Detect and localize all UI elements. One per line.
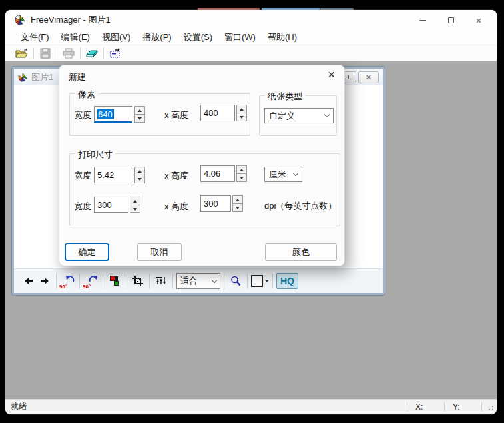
dpi-height-label: x 高度 <box>164 201 188 212</box>
selection-shape-button[interactable] <box>251 272 269 290</box>
print-height-spinner[interactable] <box>236 165 247 182</box>
print-height-value: 4.06 <box>204 169 220 179</box>
cancel-button[interactable]: 取消 <box>137 243 182 261</box>
spin-up-button[interactable] <box>236 105 247 113</box>
dpi-height-spinner[interactable] <box>232 195 243 212</box>
minimize-icon <box>419 20 426 21</box>
colors-icon <box>109 276 120 286</box>
rotate-left-button[interactable]: 90° <box>60 272 76 290</box>
dialog-close-button[interactable]: × <box>328 69 335 81</box>
menu-file[interactable]: 文件(F) <box>15 30 55 45</box>
save-icon <box>40 48 51 59</box>
next-image-button[interactable] <box>37 272 53 290</box>
print-height-input[interactable]: 4.06 <box>200 165 235 182</box>
menu-window[interactable]: 窗口(W) <box>218 30 262 45</box>
status-y-field: Y: <box>445 402 481 412</box>
spin-up-button[interactable] <box>232 195 243 203</box>
menu-play[interactable]: 播放(P) <box>136 30 177 45</box>
crop-icon <box>132 276 143 286</box>
main-toolbar <box>5 45 497 61</box>
window-title: FreeVimager - 图片1 <box>31 14 111 26</box>
color-button[interactable]: 颜色 <box>265 243 337 261</box>
pixel-width-input[interactable]: 640 <box>94 106 132 123</box>
print-height-label: x 高度 <box>164 170 188 182</box>
print-button[interactable] <box>60 46 77 60</box>
spin-up-button[interactable] <box>134 106 145 114</box>
toolbar-separator <box>33 47 34 59</box>
print-size-groupbox: 打印尺寸 <box>69 153 340 226</box>
down-arrow-icon <box>138 178 142 181</box>
pixel-height-spinner[interactable] <box>236 105 247 121</box>
unit-value: 厘米 <box>269 169 294 181</box>
magnifier-icon <box>230 276 241 286</box>
toolbar-separator <box>272 274 273 288</box>
menu-view[interactable]: 视图(V) <box>96 30 136 45</box>
status-x-field: X: <box>407 402 444 412</box>
zoom-mode-select[interactable]: 适合 <box>176 273 220 289</box>
toolbar-separator <box>224 274 224 288</box>
spin-down-button[interactable] <box>232 203 243 212</box>
spin-up-button[interactable] <box>130 197 140 205</box>
crop-button[interactable] <box>130 272 146 290</box>
paper-type-select[interactable]: 自定义 <box>264 108 334 123</box>
toolbar-separator <box>103 274 103 288</box>
scan-button[interactable] <box>83 46 101 60</box>
dpi-width-input[interactable]: 300 <box>94 197 128 213</box>
spin-down-button[interactable] <box>134 175 145 183</box>
up-arrow-icon <box>240 108 244 111</box>
menu-settings[interactable]: 设置(S) <box>178 30 218 45</box>
dpi-height-input[interactable]: 300 <box>200 195 231 212</box>
title-bar: FreeVimager - 图片1 × <box>5 10 497 30</box>
dpi-height-value: 300 <box>204 199 218 209</box>
print-width-label: 宽度 <box>74 170 91 182</box>
document-close-button[interactable]: ✕ <box>358 71 379 83</box>
unit-select[interactable]: 厘米 <box>264 167 302 182</box>
down-arrow-icon <box>138 117 142 120</box>
print-width-input[interactable]: 5.42 <box>94 167 132 183</box>
open-file-button[interactable] <box>13 46 31 60</box>
text-caret <box>113 109 114 119</box>
toolbar-separator <box>149 274 150 288</box>
ok-button[interactable]: 确定 <box>65 243 109 261</box>
toolbar-separator <box>103 47 104 59</box>
close-button[interactable]: × <box>465 10 493 30</box>
spin-up-button[interactable] <box>236 165 247 173</box>
color-adjust-button[interactable] <box>107 272 123 290</box>
down-arrow-icon <box>133 208 137 211</box>
previous-image-button[interactable] <box>21 272 37 290</box>
status-ready-text: 就绪 <box>11 401 407 412</box>
pixel-height-input[interactable]: 480 <box>200 105 235 121</box>
sliders-icon <box>156 276 166 286</box>
dpi-width-label: 宽度 <box>74 201 91 212</box>
cancel-label: 取消 <box>151 246 168 258</box>
zoom-mode-value: 适合 <box>180 275 212 287</box>
menu-edit[interactable]: 编辑(E) <box>55 30 96 45</box>
spin-down-button[interactable] <box>236 113 247 121</box>
acquire-button[interactable] <box>107 46 124 60</box>
menu-help[interactable]: 帮助(H) <box>262 30 303 45</box>
adjust-settings-button[interactable] <box>153 272 169 290</box>
pixel-width-spinner[interactable] <box>134 106 145 123</box>
spin-down-button[interactable] <box>236 173 247 182</box>
rotate-left-label: 90° <box>59 284 67 290</box>
minimize-button[interactable] <box>409 10 437 30</box>
rotate-right-icon <box>89 275 98 283</box>
print-width-value: 5.42 <box>97 170 114 180</box>
maximize-button[interactable] <box>437 10 465 30</box>
dpi-width-spinner[interactable] <box>130 197 140 213</box>
toolbar-separator <box>57 47 57 59</box>
print-width-spinner[interactable] <box>134 167 145 183</box>
statusbar-separator <box>481 402 482 412</box>
spin-down-button[interactable] <box>130 205 140 213</box>
spin-down-button[interactable] <box>134 114 145 123</box>
rotate-right-button[interactable]: 90° <box>83 272 99 290</box>
toolbar-separator <box>80 47 81 59</box>
dialog-title: 新建 <box>69 71 86 83</box>
toolbar-separator <box>79 274 80 288</box>
spin-up-button[interactable] <box>134 167 145 175</box>
high-quality-toggle[interactable]: HQ <box>276 273 298 289</box>
save-button[interactable] <box>37 46 54 60</box>
scan-icon <box>85 48 99 59</box>
resize-grip-icon[interactable] <box>492 409 493 410</box>
zoom-tool-button[interactable] <box>228 272 244 290</box>
